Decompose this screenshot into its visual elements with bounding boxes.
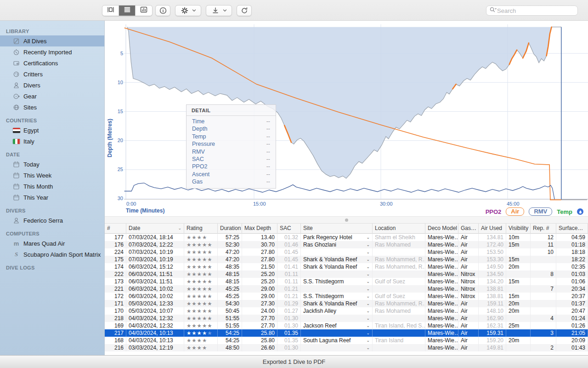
sidebar-item-certifications[interactable]: Certifications: [0, 58, 104, 69]
site-popup-chevron-icon[interactable]: ⌄: [366, 293, 370, 300]
sidebar-item-critters[interactable]: Critters: [0, 69, 104, 80]
column-header-air_used[interactable]: Air Used: [479, 224, 506, 234]
site-popup-chevron-icon[interactable]: ⌄: [366, 234, 370, 241]
dive-row-216[interactable]: 21603/03/2024, 12:19★★★★48:5026.6001.30⌄…: [105, 344, 588, 351]
site-popup-chevron-icon[interactable]: ⌄: [366, 344, 370, 351]
search-input[interactable]: [497, 7, 578, 14]
dive-row-169[interactable]: 16904/03/2024, 12:32★★★★★51:5527.7001.30…: [105, 322, 588, 329]
site-popup-chevron-icon[interactable]: ⌄: [366, 256, 370, 263]
dive-row-170[interactable]: 17005/03/2024, 10:07★★★★★50:4524.0001.27…: [105, 307, 588, 315]
dive-row-171[interactable]: 17105/03/2024, 12:33★★★★★54:3027.3001.29…: [105, 300, 588, 307]
site-popup-chevron-icon[interactable]: ⌄: [366, 263, 370, 270]
column-header-location[interactable]: Location: [373, 224, 425, 234]
legend-rmv-toggle[interactable]: RMV: [529, 207, 552, 216]
sidebar-item-label: Certifications: [23, 60, 58, 67]
location-cell: Ras Mohammed, R…: [373, 300, 425, 307]
sidebar-item-this-year[interactable]: This Year: [0, 192, 104, 203]
gas-cell: Air: [458, 256, 479, 263]
location-cell: Ras Mohamed: [373, 241, 425, 248]
location-cell: [373, 344, 425, 351]
num-cell: 175: [105, 256, 126, 263]
site-popup-chevron-icon[interactable]: ⌄: [366, 329, 370, 337]
site-popup-chevron-icon[interactable]: ⌄: [366, 241, 370, 248]
sidebar-item-sites[interactable]: Sites: [0, 102, 104, 113]
sidebar-item-label: This Week: [23, 172, 51, 179]
coverflow-view-button[interactable]: [102, 6, 119, 16]
dive-row-175[interactable]: 17507/03/2024, 10:19★★★★★47:2027.8001.45…: [105, 256, 588, 263]
column-header-surface[interactable]: Surface…: [556, 224, 588, 234]
site-popup-chevron-icon[interactable]: ⌄: [366, 300, 370, 307]
sidebar-item-mares-quad-air[interactable]: mMares Quad Air: [0, 238, 104, 249]
dive-row-222[interactable]: 22206/03/2024, 11:51★★★★★48:1525.2001.11…: [105, 270, 588, 278]
sidebar-item-recently-imported[interactable]: Recently Imported: [0, 46, 104, 58]
column-header-rep[interactable]: Rep. #: [531, 224, 556, 234]
legend-ppo2-label[interactable]: PPO2: [486, 208, 502, 215]
deco_model-cell: Mares-Wie…: [425, 337, 458, 344]
x-tick-label: 15:00: [253, 201, 266, 207]
site-popup-chevron-icon[interactable]: ⌄: [366, 315, 370, 322]
chart-view-button[interactable]: [136, 6, 152, 16]
gas-cell: Air: [458, 234, 479, 241]
deco_model-cell: Mares-Wie…: [425, 322, 458, 329]
site-popup-chevron-icon[interactable]: ⌄: [366, 270, 370, 278]
column-header-max_depth[interactable]: Max Depth: [242, 224, 277, 234]
water-drop-icon[interactable]: [577, 208, 583, 215]
sidebar-section-library: LIBRARY: [6, 29, 104, 34]
dive-row-218[interactable]: 21804/03/2024, 12:32★★★★★51:5527.7001.30…: [105, 315, 588, 322]
site-popup-chevron-icon[interactable]: ⌄: [366, 278, 370, 285]
sidebar-item-today[interactable]: Today: [0, 159, 104, 170]
dive-profile-plot[interactable]: 510152025300:0015:0030:0045:00: [105, 21, 588, 216]
dive-row-173[interactable]: 17306/03/2024, 11:51★★★★★48:1525.2001.11…: [105, 278, 588, 285]
date-cell: 04/03/2024, 12:32: [126, 315, 184, 322]
status-text: Exported 1 Dive to PDF: [263, 358, 326, 365]
deco_model-cell: Mares-Wie…: [425, 300, 458, 307]
sidebar-item-italy[interactable]: Italy: [0, 136, 104, 147]
settings-button[interactable]: [175, 5, 201, 16]
info-button[interactable]: [155, 5, 170, 16]
column-header-rating[interactable]: Rating: [184, 224, 218, 234]
num-cell: 221: [105, 285, 126, 293]
num-cell: 218: [105, 315, 126, 322]
dive-row-224[interactable]: 22407/03/2024, 10:19★★★★★47:2027.8001.45…: [105, 248, 588, 256]
site-popup-chevron-icon[interactable]: ⌄: [366, 322, 370, 329]
search-field[interactable]: [486, 6, 578, 16]
site-value: S.S. Thistlegorm: [303, 278, 365, 285]
sidebar-item-divers[interactable]: Divers: [0, 80, 104, 91]
sidebar-item-egypt[interactable]: Egypt: [0, 125, 104, 136]
column-header-visibility[interactable]: Visibility: [506, 224, 531, 234]
legend-air-toggle[interactable]: Air: [506, 207, 524, 216]
site-popup-chevron-icon[interactable]: ⌄: [366, 285, 370, 293]
column-header-duration[interactable]: Duration: [218, 224, 242, 234]
site-popup-chevron-icon[interactable]: ⌄: [366, 337, 370, 344]
sidebar-item-gear[interactable]: Gear: [0, 91, 104, 102]
rating-stars: ★★★★★: [187, 264, 213, 270]
site-popup-chevron-icon[interactable]: ⌄: [366, 248, 370, 256]
pane-splitter[interactable]: [105, 216, 588, 224]
dive-row-177[interactable]: 17707/03/2024, 18:14★★★★57:2513.4001.32P…: [105, 234, 588, 241]
max_depth-cell: 27.70: [242, 315, 277, 322]
watch-icon: [12, 93, 20, 100]
column-header-date[interactable]: Date⌄: [126, 224, 184, 234]
sidebar-item-federico-serra[interactable]: Federico Serra: [0, 215, 104, 226]
refresh-button[interactable]: [237, 5, 252, 16]
dive-row-168[interactable]: 16804/03/2024, 10:13★★★★54:2525.8001.35S…: [105, 337, 588, 344]
export-button[interactable]: [206, 5, 232, 16]
sidebar-item-all-dives[interactable]: All Dives: [0, 35, 104, 46]
list-view-button[interactable]: [119, 6, 136, 16]
dive-profile-chart[interactable]: 510152025300:0015:0030:0045:00 Depth (Me…: [105, 21, 588, 216]
dive-row-217[interactable]: 21704/03/2024, 10:13★★★★★54:2525.8001.35…: [105, 329, 588, 337]
column-header-num[interactable]: #: [105, 224, 126, 234]
column-header-gas[interactable]: Gas…: [458, 224, 479, 234]
dive-row-174[interactable]: 17406/03/2024, 15:12★★★★★48:3521.5001.41…: [105, 263, 588, 270]
site-popup-chevron-icon[interactable]: ⌄: [366, 307, 370, 315]
dive-row-172[interactable]: 17206/03/2024, 10:02★★★★★45:2529.0001.21…: [105, 293, 588, 300]
sidebar-item-this-month[interactable]: This Month: [0, 181, 104, 192]
sidebar-item-this-week[interactable]: This Week: [0, 170, 104, 181]
column-header-sac[interactable]: SAC: [277, 224, 301, 234]
dive-row-176[interactable]: 17607/03/2024, 12:22★★★★★52:3030.7001.46…: [105, 241, 588, 248]
column-header-site[interactable]: Site: [301, 224, 373, 234]
sidebar-item-scubapro-aladin-sport-matrix[interactable]: SScubapro Aladin Sport Matrix: [0, 249, 104, 260]
dive-row-221[interactable]: 22106/03/2024, 10:02★★★★★45:2529.0001.21…: [105, 285, 588, 293]
legend-temp-label[interactable]: Temp: [557, 208, 572, 215]
column-header-deco_model[interactable]: Deco Model: [425, 224, 458, 234]
